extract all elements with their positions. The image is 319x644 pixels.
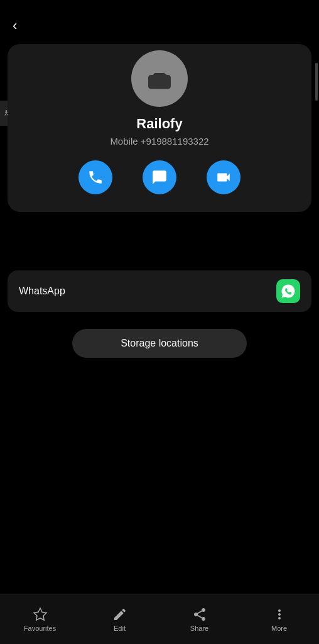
call-button[interactable] — [78, 160, 112, 194]
svg-point-0 — [6, 111, 7, 112]
whatsapp-label: WhatsApp — [19, 286, 65, 297]
contact-card: Railofy Mobile +919881193322 — [8, 44, 311, 212]
video-icon — [215, 169, 232, 186]
storage-locations-button[interactable]: Storage locations — [72, 329, 247, 358]
nav-more[interactable]: More — [239, 607, 319, 632]
phone-icon — [87, 169, 104, 186]
whatsapp-icon — [276, 279, 300, 303]
whatsapp-logo — [281, 284, 296, 299]
contact-name: Railofy — [136, 116, 182, 132]
nav-favourites-label: Favourites — [24, 625, 56, 632]
action-buttons — [78, 160, 241, 194]
edit-icon — [112, 607, 127, 622]
scrollbar — [315, 63, 318, 101]
nav-edit[interactable]: Edit — [80, 607, 160, 632]
svg-line-3 — [5, 114, 6, 116]
bottom-nav: Favourites Edit Share More — [0, 594, 319, 644]
nav-share-label: Share — [190, 625, 208, 632]
share-icon — [192, 607, 207, 622]
svg-marker-5 — [34, 608, 46, 620]
message-button[interactable] — [143, 160, 176, 194]
camera-icon — [148, 67, 171, 90]
back-button[interactable]: ‹ — [13, 18, 17, 34]
avatar — [131, 50, 188, 107]
nav-favourites[interactable]: Favourites — [0, 607, 80, 632]
message-icon — [151, 169, 168, 186]
contact-number: Mobile +919881193322 — [110, 136, 208, 147]
nav-edit-label: Edit — [114, 625, 126, 632]
video-button[interactable] — [207, 160, 241, 194]
star-icon — [33, 607, 48, 622]
more-icon — [272, 607, 287, 622]
nav-more-label: More — [271, 625, 287, 632]
nav-share[interactable]: Share — [160, 607, 239, 632]
whatsapp-row[interactable]: WhatsApp — [8, 270, 311, 312]
